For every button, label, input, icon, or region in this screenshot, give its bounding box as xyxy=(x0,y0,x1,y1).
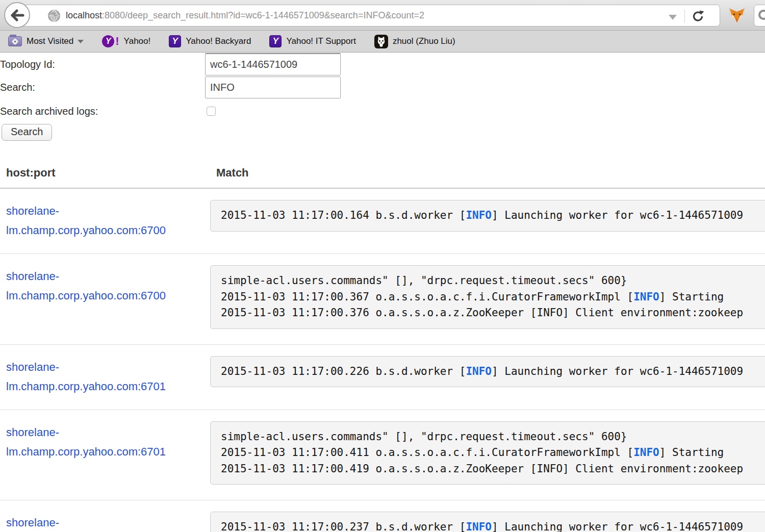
url-text: localhost:8080/deep_search_result.html?i… xyxy=(66,10,424,21)
log-excerpt-box: 2015-11-03 11:17:00.164 b.s.d.worker [IN… xyxy=(210,200,765,232)
search-form-row: Search: xyxy=(0,77,765,98)
reload-button[interactable] xyxy=(691,9,705,26)
folder-gear-icon xyxy=(8,36,22,46)
host-port-cell: shorelane- lm.champ.corp.yahoo.com:6701 xyxy=(0,410,210,500)
url-hostname: localhost xyxy=(66,10,102,20)
yahoo-y-bang-icon: Y! xyxy=(102,35,119,48)
bookmark-yahoo-backyard[interactable]: Y Yahoo! Backyard xyxy=(169,35,251,47)
search-archived-label: Search archived logs: xyxy=(0,106,205,117)
info-match-highlight: INFO xyxy=(466,521,492,532)
url-path: :8080/deep_search_result.html?id=wc6-1-1… xyxy=(102,10,424,20)
match-cell: 2015-11-03 11:17:00.226 b.s.d.worker [IN… xyxy=(210,344,765,410)
info-match-highlight: INFO xyxy=(633,291,659,303)
host-port-cell: shorelane- lm.champ.corp.yahoo.com:6702 xyxy=(0,500,210,532)
url-bar[interactable]: localhost:8080/deep_search_result.html?i… xyxy=(17,5,720,27)
info-match-highlight: INFO xyxy=(466,365,492,377)
topology-id-input[interactable] xyxy=(205,53,341,75)
page-content: Topology Id: Search: Search archived log… xyxy=(0,53,765,532)
table-row: shorelane- lm.champ.corp.yahoo.com:6700s… xyxy=(0,254,765,345)
search-button[interactable]: Search xyxy=(2,124,52,141)
fox-extension-button[interactable] xyxy=(727,7,747,26)
bookmark-label: Yahoo! IT Support xyxy=(286,36,355,46)
match-cell: 2015-11-03 11:17:00.237 b.s.d.worker [IN… xyxy=(210,500,765,532)
info-match-highlight: INFO xyxy=(633,446,659,459)
host-port-cell: shorelane- lm.champ.corp.yahoo.com:6700 xyxy=(0,254,210,345)
match-cell: simple-acl.users.commands" [], "drpc.req… xyxy=(210,410,765,500)
results-table: host:port Match shorelane- lm.champ.corp… xyxy=(0,161,765,532)
browser-search-bar[interactable] xyxy=(754,5,765,27)
yahoo-y-square-icon: Y xyxy=(169,35,181,47)
browser-toolbar: localhost:8080/deep_search_result.html?i… xyxy=(0,0,765,31)
bookmark-most-visited[interactable]: Most Visited xyxy=(8,36,84,46)
github-octocat-icon xyxy=(374,35,388,48)
search-label: Search: xyxy=(0,82,205,93)
archived-checkbox[interactable] xyxy=(207,107,216,116)
host-link[interactable]: shorelane- lm.champ.corp.yahoo.com:6700 xyxy=(6,205,166,237)
host-link[interactable]: shorelane- lm.champ.corp.yahoo.com:6702 xyxy=(6,516,166,532)
bookmark-label: zhuol (Zhuo Liu) xyxy=(393,36,455,46)
bookmark-label: Yahoo! xyxy=(124,36,151,46)
topology-id-label: Topology Id: xyxy=(0,59,205,70)
chevron-down-icon xyxy=(78,40,84,43)
table-row: shorelane- lm.champ.corp.yahoo.com:6701s… xyxy=(0,410,765,500)
log-excerpt-box: 2015-11-03 11:17:00.237 b.s.d.worker [IN… xyxy=(210,512,765,532)
host-link[interactable]: shorelane- lm.champ.corp.yahoo.com:6700 xyxy=(6,270,166,302)
results-header-row: host:port Match xyxy=(0,161,765,188)
url-dropdown-icon[interactable] xyxy=(669,15,677,20)
bookmark-label: Yahoo! Backyard xyxy=(186,36,251,46)
info-match-highlight: INFO xyxy=(466,209,492,221)
archived-form-row: Search archived logs: xyxy=(0,105,765,118)
match-header: Match xyxy=(210,161,765,188)
topology-form-row: Topology Id: xyxy=(0,53,765,75)
globe-icon xyxy=(47,9,61,22)
table-row: shorelane- lm.champ.corp.yahoo.com:67022… xyxy=(0,500,765,532)
host-link[interactable]: shorelane- lm.champ.corp.yahoo.com:6701 xyxy=(6,361,166,393)
back-arrow-icon xyxy=(10,9,24,21)
host-link[interactable]: shorelane- lm.champ.corp.yahoo.com:6701 xyxy=(6,426,166,458)
reload-icon xyxy=(691,9,705,23)
log-excerpt-box: simple-acl.users.commands" [], "drpc.req… xyxy=(210,421,765,485)
bookmark-yahoo[interactable]: Y! Yahoo! xyxy=(102,35,150,48)
log-excerpt-box: simple-acl.users.commands" [], "drpc.req… xyxy=(210,265,765,329)
yahoo-y-square-icon: Y xyxy=(269,35,282,47)
host-port-cell: shorelane- lm.champ.corp.yahoo.com:6701 xyxy=(0,344,210,410)
fox-icon xyxy=(727,7,747,24)
bookmark-label: Most Visited xyxy=(27,36,73,46)
host-port-cell: shorelane- lm.champ.corp.yahoo.com:6700 xyxy=(0,188,210,254)
search-input[interactable] xyxy=(205,77,341,98)
host-port-header: host:port xyxy=(0,161,210,188)
back-button[interactable] xyxy=(4,2,30,28)
results-body: shorelane- lm.champ.corp.yahoo.com:67002… xyxy=(0,188,765,532)
match-cell: 2015-11-03 11:17:00.164 b.s.d.worker [IN… xyxy=(210,188,765,254)
url-divider xyxy=(684,10,685,23)
search-engine-icon xyxy=(758,10,765,20)
bookmark-github-zhuol[interactable]: zhuol (Zhuo Liu) xyxy=(374,35,455,48)
log-excerpt-box: 2015-11-03 11:17:00.226 b.s.d.worker [IN… xyxy=(210,356,765,388)
bookmark-yahoo-it-support[interactable]: Y Yahoo! IT Support xyxy=(269,35,355,47)
table-row: shorelane- lm.champ.corp.yahoo.com:67012… xyxy=(0,344,765,410)
match-cell: simple-acl.users.commands" [], "drpc.req… xyxy=(210,254,765,345)
bookmarks-toolbar: Most Visited Y! Yahoo! Y Yahoo! Backyard… xyxy=(0,31,765,53)
table-row: shorelane- lm.champ.corp.yahoo.com:67002… xyxy=(0,188,765,254)
